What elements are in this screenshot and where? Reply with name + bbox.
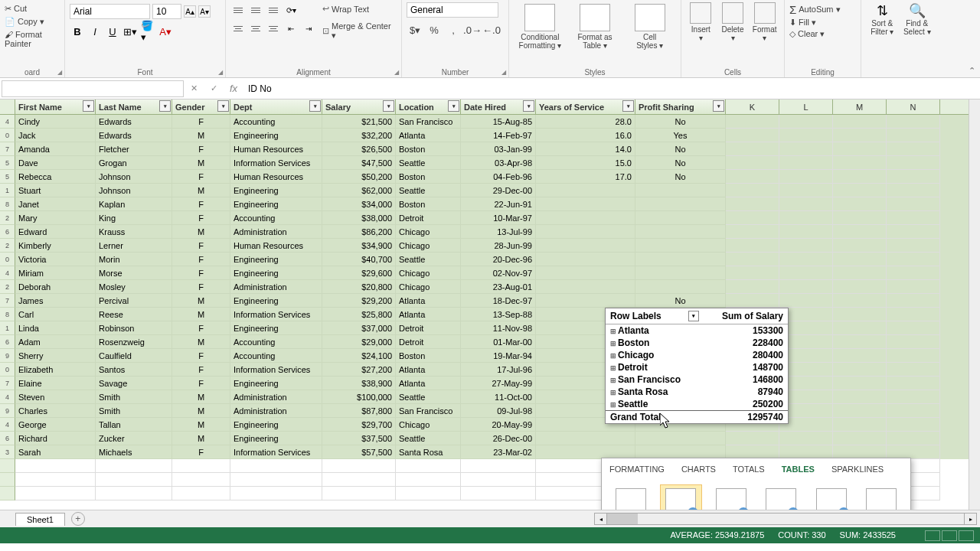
align-top-icon[interactable]	[230, 2, 246, 18]
pivot-row-label[interactable]: ⊞Boston	[606, 337, 704, 349]
cell[interactable]: F	[172, 321, 230, 335]
cell[interactable]	[726, 184, 779, 197]
cell[interactable]	[887, 404, 940, 418]
cell[interactable]: Atlanta	[396, 377, 461, 390]
row-number[interactable]	[0, 459, 15, 473]
cell[interactable]: 04-Feb-96	[461, 170, 536, 184]
clear-button[interactable]: ◇Clear ▾	[789, 28, 856, 40]
cell[interactable]	[536, 253, 635, 266]
qa-option-pivottable[interactable]: ?PivotTable	[660, 484, 703, 510]
cell[interactable]: M	[172, 294, 230, 308]
cell[interactable]: Engineering	[230, 321, 322, 335]
cell[interactable]	[96, 473, 172, 487]
cell[interactable]: Grogan	[96, 156, 172, 170]
table-row[interactable]: 4MiriamMorseFEngineering$29,600Chicago02…	[0, 266, 980, 280]
table-row[interactable]: 2MaryKingFAccounting$38,000Detroit10-Mar…	[0, 211, 980, 225]
cell[interactable]: M	[172, 156, 230, 170]
merge-center-button[interactable]: ⊡Merge & Center ▾	[321, 20, 397, 42]
cell[interactable]: Engineering	[230, 294, 322, 308]
decrease-font-icon[interactable]: A▾	[198, 5, 211, 18]
cell[interactable]	[635, 239, 726, 253]
cell[interactable]: F	[172, 363, 230, 377]
cell[interactable]: $57,500	[322, 445, 396, 459]
cell[interactable]: 15-Aug-85	[461, 115, 536, 129]
cell[interactable]: 26-Dec-00	[461, 432, 536, 445]
cell[interactable]	[887, 349, 940, 363]
row-number[interactable]: 7	[0, 377, 15, 390]
cell[interactable]	[536, 197, 635, 211]
cell[interactable]	[833, 225, 887, 239]
increase-indent-icon[interactable]: ⇥	[301, 21, 316, 36]
cell[interactable]: Percival	[96, 294, 172, 308]
cell[interactable]: Sherry	[15, 349, 96, 363]
cell[interactable]: No	[635, 156, 726, 170]
cell[interactable]: Reese	[96, 308, 172, 321]
collapse-ribbon-icon[interactable]: ⌃	[969, 66, 975, 76]
cell[interactable]	[887, 280, 940, 294]
cell[interactable]: Seattle	[396, 432, 461, 445]
cell[interactable]: 28.0	[536, 115, 635, 129]
cell[interactable]: 13-Sep-88	[461, 308, 536, 321]
qa-option-more[interactable]: More	[861, 484, 903, 510]
cell[interactable]: San Francisco	[396, 115, 461, 129]
cell[interactable]: $27,200	[322, 363, 396, 377]
table-row[interactable]: 9CharlesSmithMAdministration$87,800San F…	[0, 404, 980, 418]
table-row[interactable]: 4StevenSmithMAdministration$100,000Seatt…	[0, 390, 980, 404]
header-profit-sharing[interactable]: Profit Sharing▾	[635, 99, 726, 114]
cell[interactable]: Deborah	[15, 280, 96, 294]
cell[interactable]: Accounting	[230, 349, 322, 363]
formula-input[interactable]	[243, 80, 980, 97]
qa-option-pivottable[interactable]: ?PivotTable	[810, 484, 853, 510]
filter-icon[interactable]: ▾	[383, 100, 394, 112]
expand-icon[interactable]: ⊞	[610, 352, 618, 360]
cell[interactable]: 03-Jan-99	[461, 142, 536, 156]
cell[interactable]	[833, 115, 887, 129]
row-number[interactable]: 2	[0, 239, 15, 253]
cell[interactable]: $32,200	[322, 129, 396, 142]
table-row[interactable]: 2KimberlyLernerFHuman Resources$34,900Ch…	[0, 239, 980, 253]
cell[interactable]: Zucker	[96, 432, 172, 445]
cell[interactable]	[833, 156, 887, 170]
table-row[interactable]: 0VictoriaMorinFEngineering$40,700Seattle…	[0, 253, 980, 266]
cell[interactable]: James	[15, 294, 96, 308]
align-bottom-icon[interactable]	[266, 2, 281, 18]
cell[interactable]	[887, 225, 940, 239]
cell[interactable]	[536, 266, 635, 280]
insert-button[interactable]: Insert ▾	[686, 2, 716, 42]
cell[interactable]: Smith	[96, 390, 172, 404]
cell[interactable]	[726, 432, 779, 445]
col-l[interactable]: L	[779, 99, 833, 114]
cell[interactable]: Morse	[96, 266, 172, 280]
font-color-button[interactable]: A▾	[158, 24, 173, 39]
percent-icon[interactable]: %	[426, 22, 443, 37]
cell[interactable]: $29,600	[322, 266, 396, 280]
cell[interactable]: Edwards	[96, 115, 172, 129]
cell[interactable]: Steven	[15, 390, 96, 404]
cell[interactable]: Caulfield	[96, 349, 172, 363]
row-number[interactable]: 8	[0, 308, 15, 321]
cell[interactable]: Fletcher	[96, 142, 172, 156]
format-button[interactable]: Format ▾	[750, 2, 779, 42]
table-row[interactable]: 1StuartJohnsonMEngineering$62,000Seattle…	[0, 184, 980, 197]
cell[interactable]	[833, 266, 887, 280]
cell[interactable]: Elizabeth	[15, 363, 96, 377]
cell[interactable]	[15, 459, 96, 473]
select-all-corner[interactable]	[0, 99, 15, 114]
sort-filter-button[interactable]: ⇅Sort & Filter ▾	[866, 2, 899, 36]
pivot-row-label[interactable]: ⊞San Francisco	[606, 373, 704, 386]
cell[interactable]: 02-Nov-97	[461, 266, 536, 280]
cell[interactable]	[726, 142, 779, 156]
cell[interactable]	[833, 377, 887, 390]
cell[interactable]: Cindy	[15, 115, 96, 129]
cell[interactable]	[461, 487, 536, 500]
pivot-row-label[interactable]: ⊞Seattle	[606, 398, 704, 410]
decrease-indent-icon[interactable]: ⇤	[283, 21, 299, 36]
cell[interactable]: Engineering	[230, 432, 322, 445]
cell[interactable]	[396, 473, 461, 487]
cell[interactable]	[887, 170, 940, 184]
sheet-tab[interactable]: Sheet1	[15, 513, 65, 526]
filter-icon[interactable]: ▾	[622, 100, 634, 112]
cell[interactable]: Lerner	[96, 239, 172, 253]
cell[interactable]: 19-Mar-94	[461, 349, 536, 363]
cell[interactable]	[779, 170, 833, 184]
